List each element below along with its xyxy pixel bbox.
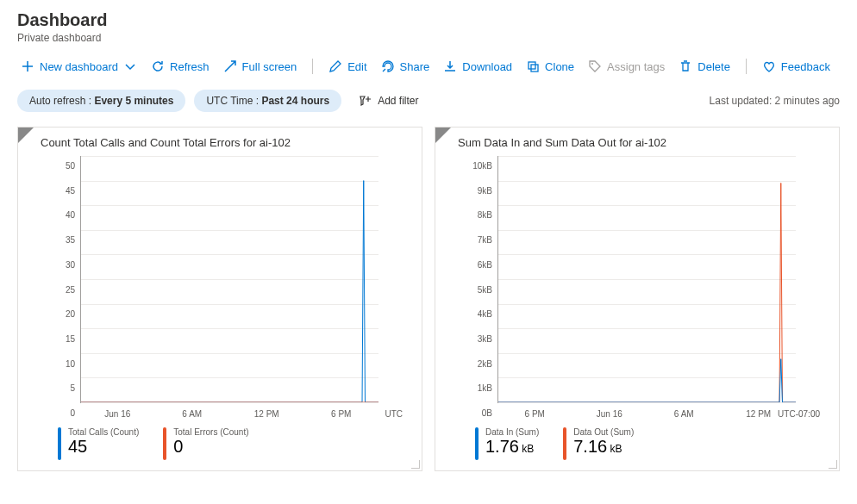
legend-label: Total Errors (Count) [173, 427, 248, 437]
tile-data-in-out[interactable]: Sum Data In and Sum Data Out for ai-102 … [435, 127, 840, 471]
svg-rect-0 [529, 62, 535, 69]
y-tick-label: 10 [42, 358, 75, 368]
legend-value: 7.16 kB [573, 437, 634, 457]
clone-icon [526, 59, 540, 73]
y-tick-label: 25 [42, 284, 75, 294]
filter-add-icon [359, 94, 372, 108]
download-label: Download [462, 60, 512, 73]
separator [312, 59, 313, 74]
y-tick-label: 4kB [460, 309, 492, 319]
share-icon [381, 59, 395, 73]
x-tick-label: 6 AM [674, 409, 694, 419]
chart-legend: Total Calls (Count)45Total Errors (Count… [58, 427, 410, 460]
full-screen-label: Full screen [242, 60, 297, 73]
legend-value: 1.76 kB [485, 437, 539, 457]
legend-label: Data Out (Sum) [573, 427, 634, 437]
filter-icon[interactable] [18, 128, 34, 143]
y-tick-label: 35 [42, 235, 75, 245]
edit-label: Edit [347, 60, 366, 73]
series-line [498, 183, 796, 402]
edit-button[interactable]: Edit [325, 56, 370, 77]
delete-button[interactable]: Delete [675, 56, 734, 77]
legend-label: Total Calls (Count) [68, 427, 139, 437]
legend-item[interactable]: Total Errors (Count)0 [163, 427, 248, 460]
time-range-pill[interactable]: UTC Time : Past 24 hours [194, 90, 341, 112]
fullscreen-icon [223, 59, 237, 73]
y-tick-label: 15 [42, 333, 75, 343]
x-axis-unit: UTC-07:00 [778, 409, 820, 419]
new-dashboard-button[interactable]: New dashboard [17, 56, 141, 77]
y-tick-label: 45 [42, 185, 75, 195]
y-tick-label: 1kB [460, 383, 492, 393]
feedback-button[interactable]: Feedback [759, 56, 834, 77]
x-tick-label: 6 PM [525, 409, 545, 419]
add-filter-button[interactable]: Add filter [350, 89, 427, 113]
resize-handle[interactable] [829, 460, 837, 469]
y-tick-label: 6kB [460, 259, 492, 269]
tile-title: Count Total Calls and Count Total Errors… [41, 136, 410, 149]
y-tick-label: 20 [42, 309, 75, 319]
resize-handle[interactable] [411, 460, 420, 469]
assign-tags-button[interactable]: Assign tags [585, 56, 668, 77]
y-tick-label: 50 [42, 161, 75, 171]
refresh-button[interactable]: Refresh [147, 56, 213, 77]
plus-icon [21, 59, 34, 73]
refresh-label: Refresh [170, 60, 210, 73]
y-tick-label: 8kB [460, 210, 492, 220]
legend-color-bar [58, 427, 61, 460]
legend-item[interactable]: Data In (Sum)1.76 kB [475, 427, 539, 460]
x-tick-label: Jun 16 [597, 409, 622, 419]
auto-refresh-pill[interactable]: Auto refresh : Every 5 minutes [17, 90, 185, 112]
svg-point-2 [591, 63, 593, 65]
legend-color-bar [163, 427, 166, 460]
y-tick-label: 2kB [460, 358, 492, 368]
separator [746, 59, 747, 74]
chevron-down-icon [123, 59, 137, 73]
legend-label: Data In (Sum) [485, 427, 539, 437]
auto-refresh-value: Every 5 minutes [94, 95, 173, 107]
download-button[interactable]: Download [440, 56, 516, 77]
x-tick-label: 12 PM [254, 409, 279, 419]
x-tick-label: 12 PM [746, 409, 771, 419]
y-tick-label: 0B [460, 408, 492, 418]
legend-color-bar [563, 427, 566, 460]
refresh-icon [151, 59, 165, 73]
utc-label: UTC Time : [206, 95, 261, 107]
tile-total-calls[interactable]: Count Total Calls and Count Total Errors… [17, 127, 422, 471]
trash-icon [679, 59, 692, 73]
x-axis-unit: UTC [385, 409, 403, 419]
legend-value: 0 [173, 437, 248, 457]
full-screen-button[interactable]: Full screen [220, 56, 301, 77]
legend-item[interactable]: Data Out (Sum)7.16 kB [563, 427, 634, 460]
last-updated-text: Last updated: 2 minutes ago [710, 95, 840, 107]
clone-label: Clone [545, 60, 574, 73]
tag-icon [588, 59, 602, 73]
chart-area: 0B1kB2kB3kB4kB5kB6kB7kB8kB9kB10kB6 PMJun… [472, 152, 820, 422]
assign-tags-label: Assign tags [607, 60, 665, 73]
page-title: Dashboard [17, 10, 107, 30]
clone-button[interactable]: Clone [522, 56, 578, 77]
share-label: Share [400, 60, 430, 73]
delete-label: Delete [697, 60, 730, 73]
y-tick-label: 40 [42, 210, 75, 220]
utc-value: Past 24 hours [261, 95, 329, 107]
feedback-label: Feedback [781, 60, 830, 73]
download-icon [443, 59, 457, 73]
y-tick-label: 3kB [460, 333, 492, 343]
share-button[interactable]: Share [378, 56, 434, 77]
chart-area: 05101520253035404550Jun 166 AM12 PM6 PMU… [54, 152, 403, 422]
legend-item[interactable]: Total Calls (Count)45 [58, 427, 139, 460]
page-subtitle: Private dashboard [17, 32, 840, 44]
tiles-grid: Count Total Calls and Count Total Errors… [17, 127, 840, 471]
chart-legend: Data In (Sum)1.76 kBData Out (Sum)7.16 k… [475, 427, 827, 460]
new-dashboard-label: New dashboard [40, 60, 118, 73]
tile-title: Sum Data In and Sum Data Out for ai-102 [458, 136, 827, 149]
filter-icon[interactable] [435, 128, 451, 143]
filter-bar: Auto refresh : Every 5 minutes UTC Time … [17, 89, 840, 113]
pencil-icon [328, 59, 342, 73]
y-tick-label: 5kB [460, 284, 492, 294]
legend-color-bar [475, 427, 479, 460]
series-line [498, 359, 796, 402]
y-tick-label: 10kB [460, 161, 492, 171]
heart-icon [762, 59, 776, 73]
